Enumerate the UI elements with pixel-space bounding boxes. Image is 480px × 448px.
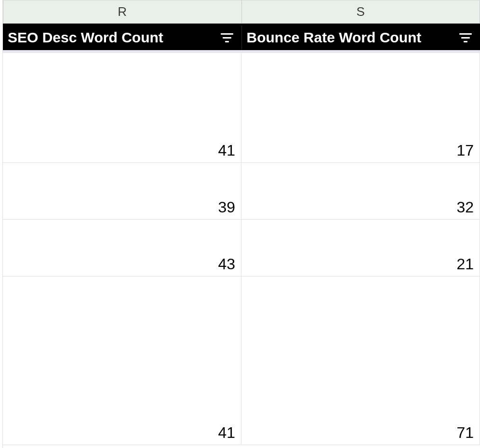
cell[interactable]: 17: [241, 53, 480, 162]
filter-icon[interactable]: [220, 32, 234, 43]
cell[interactable]: 21: [241, 220, 480, 276]
row-gutter: [0, 0, 3, 448]
spreadsheet: R S SEO Desc Word Count Bounce Rate Word…: [0, 0, 480, 445]
header-label: SEO Desc Word Count: [8, 29, 220, 46]
data-rows: 41 17 39 32 43 21 41 71: [0, 50, 480, 445]
table-row: 41 17: [3, 53, 480, 163]
table-row: 41 71: [3, 277, 480, 445]
cell[interactable]: 71: [241, 277, 480, 445]
column-letter-r[interactable]: R: [3, 0, 242, 24]
filter-icon[interactable]: [459, 32, 472, 43]
header-cell-bounce-rate-word-count[interactable]: Bounce Rate Word Count: [241, 26, 480, 49]
header-label: Bounce Rate Word Count: [247, 29, 459, 46]
cell[interactable]: 32: [241, 163, 480, 219]
header-row: SEO Desc Word Count Bounce Rate Word Cou…: [0, 24, 480, 50]
cell[interactable]: 39: [3, 163, 241, 219]
cell[interactable]: 43: [3, 220, 241, 276]
header-cell-seo-desc-word-count[interactable]: SEO Desc Word Count: [3, 26, 241, 49]
table-row: 39 32: [3, 163, 480, 220]
cell[interactable]: 41: [3, 53, 241, 162]
column-letter-row: R S: [0, 0, 480, 24]
column-letter-s[interactable]: S: [242, 0, 480, 24]
table-row: 43 21: [3, 220, 480, 277]
cell[interactable]: 41: [3, 277, 241, 445]
